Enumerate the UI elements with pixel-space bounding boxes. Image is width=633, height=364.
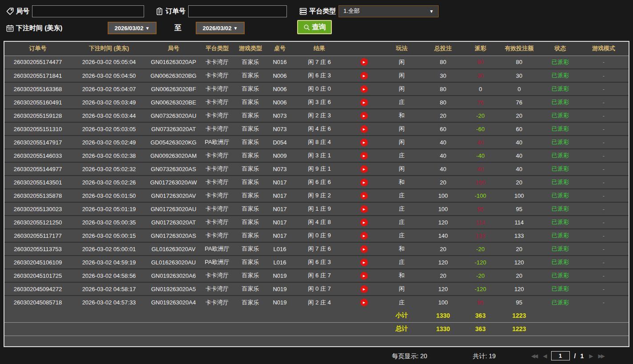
table-row: 260302055163368 2026-03-02 05:04:07 GN00… [4, 82, 629, 96]
replay-play-icon[interactable]: ▶ [360, 219, 368, 226]
platform-selected-value: 1.全部 [343, 7, 360, 15]
replay-cell: ▶ [346, 202, 382, 216]
mode-cell: - [579, 296, 629, 309]
replay-play-icon[interactable]: ▶ [360, 192, 368, 200]
replay-play-icon[interactable]: ▶ [360, 299, 368, 306]
table-no-cell: N073 [267, 122, 293, 136]
first-page-button[interactable]: ◀◀ [530, 352, 537, 360]
play-type-cell: 庄 [382, 229, 422, 242]
date-range-to-label: 至 [174, 24, 181, 33]
table-row: 260302055159128 2026-03-02 05:03:44 GN07… [4, 109, 629, 122]
replay-play-icon[interactable]: ▶ [360, 112, 368, 120]
payout-cell: 133 [464, 229, 496, 242]
replay-play-icon[interactable]: ▶ [360, 58, 368, 66]
page-number-input[interactable] [551, 351, 570, 360]
status-cell: 已派彩 [542, 69, 579, 82]
replay-play-icon[interactable]: ▶ [360, 139, 368, 146]
mode-cell: - [579, 176, 629, 189]
play-type-cell: 闲 [382, 69, 422, 82]
bet-time-cell: 2026-03-02 05:00:35 [71, 216, 147, 229]
play-type-cell: 和 [382, 176, 422, 189]
play-type-cell: 闲 [382, 56, 422, 69]
game-no-input[interactable] [32, 5, 144, 17]
game-type-cell: 百家乐 [234, 122, 267, 136]
game-type-cell: 百家乐 [234, 136, 267, 149]
total-bet-cell: 80 [422, 96, 464, 109]
replay-play-icon[interactable]: ▶ [360, 152, 368, 160]
bet-time-cell: 2026-03-02 05:03:44 [71, 109, 147, 122]
table-row: 260302055174477 2026-03-02 05:05:04 GN01… [4, 56, 629, 69]
total-bet-cell: 100 [422, 189, 464, 202]
mode-cell: - [579, 136, 629, 149]
table-no-cell: N006 [267, 69, 293, 82]
replay-play-icon[interactable]: ▶ [360, 72, 368, 80]
platform-cell: 卡卡湾厅 [200, 82, 234, 96]
replay-play-icon[interactable]: ▶ [360, 232, 368, 240]
result-cell: 闲 0 庄 9 [293, 229, 346, 242]
replay-play-icon[interactable]: ▶ [360, 125, 368, 133]
result-cell: 闲 9 庄 2 [293, 189, 346, 202]
replay-play-icon[interactable]: ▶ [360, 205, 368, 213]
replay-play-icon[interactable]: ▶ [360, 99, 368, 106]
result-cell: 闲 3 庄 1 [293, 149, 346, 162]
date-from-picker[interactable]: 2026/03/02 ▼ [108, 22, 157, 34]
payout-cell: -20 [464, 109, 496, 122]
status-cell: 已派彩 [542, 162, 579, 176]
replay-play-icon[interactable]: ▶ [360, 165, 368, 173]
table-row: 260302055113753 2026-03-02 05:00:01 GL01… [4, 242, 629, 256]
date-to-picker[interactable]: 2026/03/02 ▼ [196, 22, 245, 34]
bet-time-cell: 2026-03-02 05:01:50 [71, 189, 147, 202]
col-platform: 平台类型 [200, 42, 234, 56]
bet-time-cell: 2026-03-02 05:02:26 [71, 176, 147, 189]
order-no-input[interactable] [188, 5, 287, 17]
replay-cell: ▶ [346, 189, 382, 202]
order-no-cell: 260302055135878 [4, 189, 71, 202]
game-no-cell: GN073263020AU [147, 109, 200, 122]
previous-page-button[interactable]: ◀ [542, 352, 546, 360]
replay-play-icon[interactable]: ▶ [360, 285, 368, 293]
game-no-cell: GN006263020BE [147, 96, 200, 109]
replay-play-icon[interactable]: ▶ [360, 179, 368, 186]
bet-time-cell: 2026-03-02 05:04:50 [71, 69, 147, 82]
page-navigation: ◀◀ ◀ / 1 ▶ ▶▶ [530, 351, 605, 360]
replay-play-icon[interactable]: ▶ [360, 245, 368, 253]
platform-select[interactable]: 1.全部 ▼ [339, 5, 439, 17]
order-no-cell: 260302055144977 [4, 162, 71, 176]
valid-bet-cell: 120 [496, 282, 542, 296]
status-cell: 已派彩 [542, 216, 579, 229]
payout-cell: -120 [464, 256, 496, 269]
game-type-cell: 百家乐 [234, 282, 267, 296]
valid-bet-cell: 0 [496, 82, 542, 96]
replay-play-icon[interactable]: ▶ [360, 272, 368, 280]
platform-cell: 卡卡湾厅 [200, 189, 234, 202]
filter-bar: 局号 订单号 平台类型 1.全部 ▼ 下注时间 (美东) [0, 0, 633, 41]
platform-label: 平台类型 [309, 7, 336, 16]
payout-cell: 76 [464, 96, 496, 109]
status-cell: 已派彩 [542, 256, 579, 269]
order-no-cell: 260302055130023 [4, 202, 71, 216]
status-cell: 已派彩 [542, 136, 579, 149]
total-bet-cell: 20 [422, 269, 464, 282]
chevron-down-icon: ▼ [429, 9, 434, 14]
platform-cell: 卡卡湾厅 [200, 282, 234, 296]
table-row: 260302055130023 2026-03-02 05:01:19 GN01… [4, 202, 629, 216]
table-row: 260302055151310 2026-03-02 05:03:05 GN07… [4, 122, 629, 136]
status-cell: 已派彩 [542, 269, 579, 282]
next-page-button[interactable]: ▶ [588, 352, 593, 360]
order-no-cell: 260302045106109 [4, 256, 71, 269]
replay-play-icon[interactable]: ▶ [360, 259, 368, 266]
valid-bet-cell: 95 [496, 202, 542, 216]
platform-cell: PA欧洲厅 [200, 256, 234, 269]
subtotal-total-bet: 1330 [422, 309, 464, 322]
total-bet-cell: 80 [422, 82, 464, 96]
search-button[interactable]: 查询 [297, 20, 332, 34]
status-cell: 已派彩 [542, 189, 579, 202]
mode-cell: - [579, 202, 629, 216]
replay-play-icon[interactable]: ▶ [360, 85, 368, 93]
subtotal-valid-bet: 1223 [496, 309, 542, 322]
last-page-button[interactable]: ▶▶ [597, 352, 605, 360]
total-bet-cell: 100 [422, 296, 464, 309]
table-header: 订单号 下注时间 (美东) 局号 平台类型 游戏类型 桌号 结果 玩法 总投注 … [4, 42, 629, 56]
game-no-cell: GL016263020AU [147, 256, 200, 269]
valid-bet-cell: 20 [496, 242, 542, 256]
